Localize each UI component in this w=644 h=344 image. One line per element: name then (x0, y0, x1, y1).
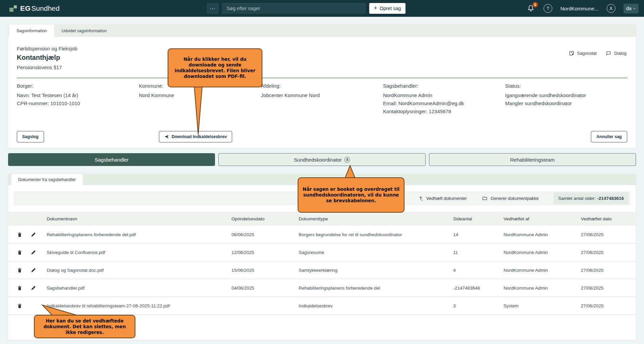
document-date: 15/06/2025 (231, 268, 299, 273)
chevron-down-icon: ⌄ (633, 6, 636, 10)
eg-logo-icon (9, 4, 17, 12)
role-sagsbehandler-button[interactable]: Sagsbehandler (8, 153, 215, 166)
callout-document: Her kan du se det vedhæftede dokument. D… (34, 315, 135, 338)
table-row: Indkaldelsesbrev til rehabiliteringsteam… (8, 297, 636, 315)
pencil-icon (31, 232, 36, 237)
tab-udvidet-sagsinformation[interactable]: Udvidet sagsinformation (54, 25, 114, 37)
callout-document-text: Her kan du se det vedhæftede dokument. D… (38, 318, 131, 335)
sagsbehandler-navn: NordKommune Admin (383, 91, 505, 99)
document-date: 12/06/2025 (231, 250, 299, 255)
delete-document-button[interactable] (17, 267, 23, 273)
documents-table: Dokumentnavn Oprindelsesdato Dokumenttyp… (8, 212, 636, 315)
pencil-icon (31, 267, 36, 273)
document-attached-date: 27/06/2025 (581, 303, 636, 308)
document-type: Rehabiliteringsplanens forberedende del (299, 286, 453, 291)
document-attached-by: NordKommune Admin (504, 286, 581, 291)
person-icon (609, 6, 613, 11)
info-afdeling: Afdeling: Jobcenter Kommune Nord (261, 83, 383, 116)
more-menu-button[interactable]: ⋯ (207, 3, 219, 14)
total-pages-value: -2147483616 (597, 196, 624, 201)
annuller-sag-button[interactable]: Annuller sag (591, 131, 627, 142)
afdeling-value: Jobcenter Kommune Nord (261, 91, 383, 99)
circled-a-icon: A (344, 157, 350, 163)
document-name[interactable]: Sagsbehandler.pdf (47, 286, 231, 291)
col-vedhaeftet-dato: Vedhæftet dato (581, 216, 636, 221)
trash-icon (17, 285, 22, 291)
document-date: 06/06/2025 (231, 232, 299, 237)
delete-document-button[interactable] (17, 285, 23, 291)
status-label: Status: (505, 83, 627, 89)
info-borger: Borger: Navn: Test Testesen (14 år) CPR-… (17, 83, 139, 116)
edit-document-button[interactable] (31, 231, 36, 238)
document-pages: 4 (453, 268, 504, 273)
document-type: Sagsresume (299, 250, 453, 255)
plus-icon: + (374, 5, 377, 12)
role-sagsbehandler-label: Sagsbehandler (95, 157, 129, 163)
upload-icon (418, 196, 423, 201)
status-line-1: Igangværende sundhedskoordinator (505, 91, 627, 99)
language-value: da (626, 6, 632, 11)
delete-document-button[interactable] (17, 249, 23, 255)
dialog-button[interactable]: Dialog (605, 50, 627, 56)
col-dokumenttype: Dokumenttype (299, 216, 453, 221)
send-icon (164, 134, 169, 139)
document-name[interactable]: Rehabiliteringsplanens forberedende del.… (47, 232, 231, 237)
document-attached-date: 27/06/2025 (581, 268, 636, 273)
table-row: Skiveguide til Confluence.pdf 12/06/2025… (8, 244, 636, 261)
role-sundhedskoordinator-button[interactable]: Sundhedskoordinator A (218, 153, 425, 166)
document-attached-date: 27/06/2025 (581, 250, 636, 255)
vedhaeft-dokumenter-button[interactable]: Vedhæft dokumenter (418, 196, 467, 201)
generer-dokumentpakke-button[interactable]: Generer dokumentpakke (482, 196, 539, 201)
table-row: Sagsbehandler.pdf 04/06/2025 Rehabiliter… (8, 279, 636, 297)
document-pages: 3 (453, 303, 504, 308)
delete-document-button[interactable] (17, 303, 23, 309)
tenant-name[interactable]: NordKommune... (560, 6, 598, 11)
edit-document-button[interactable] (31, 267, 36, 273)
role-rehabiliteringsteam-button[interactable]: Rehabiliteringsteam (429, 153, 636, 166)
pencil-icon (31, 250, 36, 255)
case-information-card: Sagsinformation Udvidet sagsinformation … (8, 25, 636, 148)
language-selector[interactable]: da ⌄ (624, 4, 639, 13)
callout-download: Når du klikker her, vil du downloade og … (168, 48, 262, 87)
sagslog-button[interactable]: Sagslog (17, 131, 44, 142)
table-row: Dialog og Sagsnotat.doc.pdf 15/06/2025 S… (8, 261, 636, 279)
tab-sagsinformation[interactable]: Sagsinformation (9, 25, 54, 37)
search-input[interactable] (222, 3, 366, 14)
page: EGSundhed ⋯ + Opret sag 6 ? NordKommune.… (0, 0, 644, 344)
annuller-label: Annuller sag (596, 134, 622, 139)
create-case-button[interactable]: + Opret sag (369, 3, 405, 14)
app-logo[interactable]: EGSundhed (9, 4, 59, 12)
notifications-button[interactable]: 6 (527, 4, 535, 13)
edit-document-button[interactable] (31, 249, 36, 255)
sagslog-label: Sagslog (22, 134, 39, 139)
total-pages-label: Samlet antal sider: (558, 196, 596, 201)
help-button[interactable]: ? (544, 4, 552, 13)
info-sagsbehandler: Sagsbehandler: NordKommune Admin Email: … (383, 83, 505, 116)
sagsnotat-button[interactable]: Sagsnotat (569, 50, 597, 56)
col-sideantal: Sideantal (453, 216, 504, 221)
case-title: Kontanthjælp (17, 54, 627, 61)
delete-document-button[interactable] (17, 231, 23, 238)
brand-name: Sundhed (31, 4, 59, 12)
document-name[interactable]: Skiveguide til Confluence.pdf (47, 250, 231, 255)
borger-cpr: CPR-nummer: 101010-1010 (17, 99, 139, 108)
callout-sundhedskoordinator-text: Når sagen er booket og overdraget til su… (302, 186, 400, 204)
case-category: Førtidspension og Fleksjob (17, 46, 627, 51)
document-attached-by: NordKommune Admin (504, 232, 581, 237)
document-pages: 11 (453, 250, 504, 255)
trash-icon (17, 250, 22, 255)
document-name[interactable]: Dialog og Sagsnotat.doc.pdf (47, 268, 231, 273)
borger-navn: Navn: Test Testesen (14 år) (17, 91, 139, 99)
sagsnotat-label: Sagsnotat (577, 51, 597, 56)
trash-icon (17, 303, 22, 309)
green-divider (17, 78, 627, 78)
col-oprindelsesdato: Oprindelsesdato (231, 216, 299, 221)
document-attached-by: NordKommune Admin (504, 268, 581, 273)
account-button[interactable] (607, 4, 615, 13)
tab-dokumenter-fra-sagsbehandler[interactable]: Dokumenter fra sagsbehandler (11, 174, 83, 185)
document-attached-by: System (504, 303, 581, 308)
dialog-label: Dialog (614, 51, 627, 56)
edit-document-button[interactable] (31, 285, 36, 291)
create-case-label: Opret sag (380, 6, 401, 11)
role-rehabiliteringsteam-label: Rehabiliteringsteam (510, 157, 555, 163)
